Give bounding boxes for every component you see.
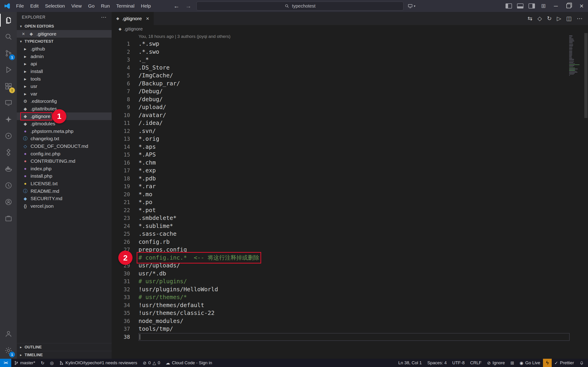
restore-button[interactable] [562,0,575,12]
line-text[interactable]: /.idea/ [138,119,163,127]
code-line[interactable]: 12 .svn/ [112,127,588,135]
close-button[interactable]: × [575,0,588,12]
code-line[interactable]: 24 *.sublime* [112,222,588,230]
code-line[interactable]: 26 config.rb [112,238,588,246]
history-circle-icon[interactable] [0,177,17,194]
code-line[interactable]: 5 /ImgCache/ [112,72,588,80]
sync-icon[interactable]: ↻ [38,359,47,367]
line-text[interactable]: /Backup_rar/ [138,80,180,88]
menu-item[interactable]: Edit [27,0,42,12]
code-line[interactable]: 1 .*.swp [112,40,588,48]
code-line[interactable]: 17 *.exp [112,167,588,175]
list-item[interactable]: ● index.php [17,165,112,173]
menu-item[interactable]: Run [98,0,113,12]
list-item[interactable]: ▸ install [17,68,112,75]
line-text[interactable]: config.rb [138,238,170,246]
list-item[interactable]: ● CONTRIBUTING.md [17,158,112,165]
list-item[interactable]: ▸ admin [17,53,112,60]
code-line[interactable]: 14 *.aps [112,143,588,151]
line-text[interactable]: *.rar [138,183,156,191]
forward-arrow-icon[interactable]: → [184,2,192,10]
list-item[interactable]: ● .phpstorm.meta.php [17,128,112,135]
problems-status[interactable]: ⊘ 0 △ 0 [140,359,163,367]
line-text[interactable]: prepros.config [138,246,187,254]
line-text[interactable]: .*.swo [138,48,159,56]
line-text[interactable]: /avatar/ [138,111,166,119]
code-line[interactable]: 16 *.chm [112,159,588,167]
list-item[interactable]: ⚙ .editorconfig [17,98,112,105]
code-line[interactable]: 3 ._* [112,56,588,64]
prettier-status[interactable]: ✓ Prettier [552,359,577,367]
sparkle-icon[interactable] [0,111,17,128]
notifications-bell-icon[interactable] [577,359,588,367]
line-text[interactable]: usr/uploads/ [138,262,180,270]
line-text[interactable]: /Debug/ [138,87,163,95]
code-line[interactable]: 6 /Backup_rar/ [112,80,588,88]
line-text[interactable]: *.pdb [138,175,156,183]
code-line[interactable]: 28 # config.inc.* <-- 将这行注释掉或删除 [112,254,588,262]
line-text[interactable]: *.mo [138,191,152,199]
source-control-icon[interactable]: 1 [0,45,17,61]
code-line[interactable]: 7 /Debug/ [112,87,588,95]
code-line[interactable]: 2 .*.swo [112,48,588,56]
list-item[interactable]: ▸ .github [17,45,112,53]
pull-request-status[interactable]: KylinOIO/typecho#1 needs reviewers [57,359,140,367]
code-line[interactable]: 20 *.mo [112,191,588,199]
remote-explorer-icon[interactable] [0,95,17,111]
code-line[interactable]: 35 !usr/themes/classic-22 [112,309,588,317]
language-mode[interactable]: ⊘ Ignore [484,359,508,367]
list-item[interactable]: ● config.inc.php [17,150,112,158]
extra-status-icon[interactable]: ⊞ [508,359,517,367]
line-text[interactable]: .DS_Store [138,64,170,72]
code-line[interactable]: 13 *.orig [112,135,588,143]
line-text[interactable]: .*.swp [138,40,159,48]
list-item[interactable]: ● install.php [17,172,112,180]
code-line[interactable]: 30 usr/*.db [112,270,588,278]
line-text[interactable]: # usr/plugins/ [138,277,187,285]
list-item[interactable]: ▸ usr [17,83,112,90]
code-line[interactable]: 10 /avatar/ [112,111,588,119]
history-icon[interactable]: ↻ [545,15,554,22]
list-item[interactable]: ▸ var [17,90,112,98]
settings-gear-icon[interactable]: 1 [0,342,17,359]
record-circle-icon[interactable] [0,128,17,144]
line-text[interactable]: /ImgCache/ [138,72,173,80]
list-item[interactable]: ◆ .gitignore [17,112,112,120]
explorer-icon[interactable] [0,12,17,28]
open-editors-header[interactable]: ▾ OPEN EDITORS [17,23,112,30]
code-line[interactable]: 34 !usr/themes/default [112,301,588,309]
line-text[interactable]: .smbdelete* [138,214,177,222]
menu-item[interactable]: View [68,0,85,12]
list-item[interactable]: ● LICENSE.txt [17,180,112,188]
code-editor[interactable]: You, 18 hours ago | 3 authors (joyqi and… [112,33,588,359]
code-line[interactable]: 21 *.po [112,198,588,206]
cloud-code-status[interactable]: ☁ Cloud Code - Sign in [163,359,215,367]
line-text[interactable]: .sass-cache [138,230,177,238]
line-text[interactable]: !usr/themes/classic-22 [138,309,214,317]
command-center-search[interactable]: typechotest [196,2,404,10]
outline-header[interactable]: ▸ OUTLINE [17,343,112,351]
line-text[interactable]: *.pot [138,206,156,214]
misc-status-icon[interactable]: ◎ [47,359,57,367]
code-line[interactable]: 25 .sass-cache [112,230,588,238]
menu-item[interactable]: Help [137,0,154,12]
cursor-position[interactable]: Ln 38, Col 1 [396,359,425,367]
line-text[interactable]: usr/*.db [138,270,166,278]
extensions-icon[interactable]: ! [0,78,17,95]
line-text[interactable]: !usr/plugins/HelloWorld [138,285,218,293]
breadcrumb-item[interactable]: .gitignore [124,26,143,32]
open-editor-item[interactable]: × ◆ .gitignore [17,30,112,38]
tab-gitignore[interactable]: ◆ .gitignore × [112,12,154,25]
search-sidebar-icon[interactable] [0,28,17,45]
line-text[interactable]: *.exp [138,167,156,175]
code-line[interactable]: 8 /debug/ [112,95,588,103]
line-text[interactable]: !usr/themes/default [138,301,204,309]
discard-icon[interactable]: ◇ [536,15,544,22]
account-icon[interactable] [0,326,17,342]
list-item[interactable]: ▸ api [17,60,112,68]
menu-item[interactable]: Go [85,0,98,12]
code-line[interactable]: 4 .DS_Store [112,64,588,72]
run-debug-icon[interactable] [0,61,17,78]
code-line[interactable]: 19 *.rar [112,183,588,191]
split-editor-icon[interactable]: ◫ [564,15,573,22]
